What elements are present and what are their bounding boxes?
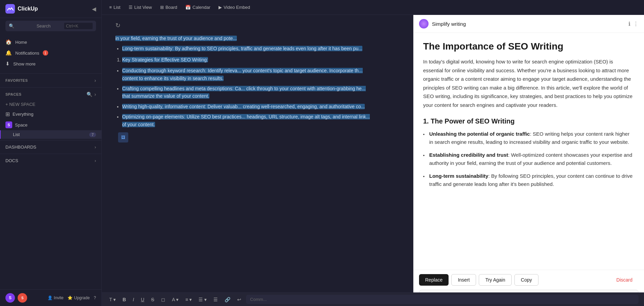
new-space-label: + NEW SPACE xyxy=(5,102,35,107)
sidebar-item-notifications[interactable]: 🔔 Notifications 1 xyxy=(0,47,101,58)
ai-bullet-2-text: Establishing credibility and trust: Well… xyxy=(429,151,634,167)
calendar-icon: 📅 xyxy=(185,5,191,10)
comment-input[interactable]: Comm... xyxy=(246,295,413,304)
docs-chevron: › xyxy=(95,158,96,163)
svg-rect-0 xyxy=(5,4,15,14)
favorites-chevron: › xyxy=(94,78,96,83)
align-button[interactable]: ≡ ▾ xyxy=(183,296,194,303)
ai-logo-icon xyxy=(419,19,429,28)
comment-placeholder: Comm... xyxy=(250,297,267,302)
ai-bullet-dot-3: • xyxy=(423,174,426,188)
link-button[interactable]: 🔗 xyxy=(223,296,232,303)
editor-line1: in your field, earning the trust of your… xyxy=(115,35,373,42)
list-button[interactable]: ☰ ▾ xyxy=(196,296,209,303)
help-button[interactable]: ? xyxy=(94,295,96,300)
divider-spaces xyxy=(0,87,101,88)
underline-button[interactable]: U xyxy=(139,296,146,303)
spaces-actions: 🔍 › xyxy=(87,92,96,97)
image-placeholder[interactable]: 🖼 xyxy=(118,132,128,142)
discard-button[interactable]: Discard xyxy=(610,274,639,286)
ai-bullet-1-bold: Unleashing the potential of organic traf… xyxy=(429,131,530,137)
bullet-item-2: Conducting thorough keyword research: Id… xyxy=(122,67,373,82)
text-style-button[interactable]: T ▾ xyxy=(107,296,118,303)
italic-button[interactable]: I xyxy=(131,296,136,303)
invite-label: Invite xyxy=(54,295,64,300)
spaces-expand-icon[interactable]: › xyxy=(94,92,96,97)
tab-calendar[interactable]: 📅 Calendar xyxy=(182,3,214,12)
help-icon: ? xyxy=(94,295,96,300)
new-space-button[interactable]: + NEW SPACE xyxy=(0,100,101,109)
bullet-item-3-text: Crafting compelling headlines and meta d… xyxy=(122,86,366,99)
sidebar-item-home[interactable]: 🏠 Home xyxy=(0,37,101,47)
user-avatar: S xyxy=(5,293,15,303)
ai-info-icon[interactable]: ℹ xyxy=(628,21,630,27)
try-again-button[interactable]: Try Again xyxy=(479,274,512,286)
copy-button[interactable]: Copy xyxy=(514,274,538,286)
editor-area[interactable]: ↻ in your field, earning the trust of yo… xyxy=(102,15,413,306)
list-icon: ≡ xyxy=(109,5,112,10)
numbered-item-1: Key Strategies for Effective SEO Writing… xyxy=(122,56,373,63)
sidebar-item-notifications-label: Notifications xyxy=(15,51,39,56)
sidebar-item-everything[interactable]: ⊞ Everything xyxy=(0,109,101,119)
editor-wrapper: ↻ in your field, earning the trust of yo… xyxy=(102,15,644,306)
ai-bullet-item-3: • Long-term sustainability: By following… xyxy=(423,172,634,188)
sidebar-header: ClickUp ◀ xyxy=(0,0,101,18)
bold-button[interactable]: B xyxy=(120,296,128,303)
main-toolbar: ≡ List ☰ List View ⊞ Board 📅 Calendar ▶ … xyxy=(102,0,644,15)
spaces-search-icon[interactable]: 🔍 xyxy=(87,92,92,97)
sidebar-item-space[interactable]: S Space xyxy=(0,119,101,130)
insert-button[interactable]: Insert xyxy=(451,274,476,286)
dashboards-label: DASHBOARDS xyxy=(5,145,36,150)
notifications-badge: 1 xyxy=(43,50,48,56)
sidebar-item-list[interactable]: List 7 xyxy=(0,130,101,139)
sidebar-item-everything-label: Everything xyxy=(13,112,33,117)
tab-list[interactable]: ≡ List xyxy=(106,3,124,12)
tab-board[interactable]: ⊞ Board xyxy=(157,3,181,12)
divider-dashboards xyxy=(0,140,101,140)
collapse-button[interactable]: ◀ xyxy=(92,6,96,12)
undo-button[interactable]: ↩ xyxy=(235,296,243,303)
sidebar-item-home-label: Home xyxy=(15,40,27,45)
ai-bullet-item-1: • Unleashing the potential of organic tr… xyxy=(423,130,634,146)
refresh-icon[interactable]: ↻ xyxy=(115,22,400,29)
main-content: ≡ List ☰ List View ⊞ Board 📅 Calendar ▶ … xyxy=(102,0,644,306)
logo-text: ClickUp xyxy=(18,6,38,12)
tab-video-embed[interactable]: ▶ Video Embed xyxy=(215,3,253,12)
invite-icon: 👤 xyxy=(48,295,53,300)
editor-toolbar: T ▾ B I U S ◻ A ▾ ≡ ▾ ☰ ▾ ☰ 🔗 ↩ Comm... xyxy=(102,292,413,306)
docs-row[interactable]: DOCS › xyxy=(0,155,101,166)
search-area[interactable]: 🔍 Search Ctrl+K xyxy=(0,18,101,34)
invite-button[interactable]: 👤 Invite xyxy=(48,295,64,300)
sidebar-item-list-label: List xyxy=(13,132,20,137)
color-button[interactable]: A ▾ xyxy=(170,296,181,303)
upgrade-icon: ⭐ xyxy=(68,295,73,300)
ai-panel: Simplify writing ℹ ⋮ The Importance of S… xyxy=(413,15,644,306)
tab-list-view[interactable]: ☰ List View xyxy=(125,3,155,12)
ai-more-icon[interactable]: ⋮ xyxy=(633,21,639,27)
tab-list-view-label: List View xyxy=(134,5,152,10)
logo-area: ClickUp xyxy=(5,4,38,14)
user-area: S S xyxy=(5,293,27,303)
numbered-item-1-text: Key Strategies for Effective SEO Writing… xyxy=(122,57,208,62)
replace-button[interactable]: Replace xyxy=(419,274,449,286)
spaces-header[interactable]: SPACES 🔍 › xyxy=(0,89,101,100)
bottom-actions: 👤 Invite ⭐ Upgrade ? xyxy=(48,295,96,300)
sidebar-item-show-more[interactable]: ⬇ Show more xyxy=(0,58,101,69)
sidebar-bottom: S S 👤 Invite ⭐ Upgrade ? xyxy=(0,289,101,306)
ai-bullets-list: • Unleashing the potential of organic tr… xyxy=(423,130,634,188)
dashboards-chevron: › xyxy=(95,145,96,150)
upgrade-button[interactable]: ⭐ Upgrade xyxy=(68,295,90,300)
ai-bullet-3-bold: Long-term sustainability xyxy=(429,173,488,179)
list2-button[interactable]: ☰ xyxy=(211,296,220,303)
dashboards-row[interactable]: DASHBOARDS › xyxy=(0,142,101,152)
search-bar[interactable]: 🔍 Search Ctrl+K xyxy=(5,21,96,31)
editor-line1-text: in your field, earning the trust of your… xyxy=(115,36,237,41)
favorites-header[interactable]: FAVORITES › xyxy=(0,75,101,86)
home-icon: 🏠 xyxy=(5,39,12,45)
ai-bullet-1-text: Unleashing the potential of organic traf… xyxy=(429,130,634,146)
video-embed-icon: ▶ xyxy=(219,5,222,10)
ai-header-actions: ℹ ⋮ xyxy=(628,21,639,27)
strikethrough-button[interactable]: S xyxy=(149,296,156,303)
box-button[interactable]: ◻ xyxy=(159,296,167,303)
ai-bullet-dot-1: • xyxy=(423,132,426,146)
